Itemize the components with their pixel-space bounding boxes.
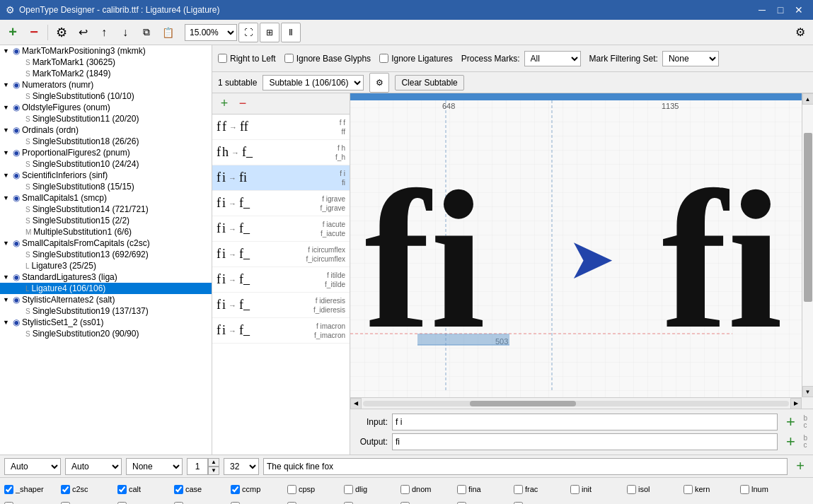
output-add-button[interactable]: +: [782, 433, 799, 450]
remove-button[interactable]: −: [24, 23, 44, 42]
horizontal-scrollbar[interactable]: ◀ ▶: [350, 397, 802, 409]
ligature-list-item[interactable]: fi→f_ f idieresis f_idieresis: [212, 293, 350, 318]
add-button[interactable]: +: [3, 23, 23, 42]
move-down-button[interactable]: ↓: [115, 23, 135, 42]
subtable-select[interactable]: Subtable 1 (106/106): [263, 75, 364, 90]
feature-checkbox-item[interactable]: init: [570, 481, 627, 498]
tree-item[interactable]: S SingleSubstitution13 (692/692): [0, 249, 212, 260]
feature-checkbox-item[interactable]: lnum: [740, 481, 797, 498]
preview-add-button[interactable]: +: [792, 458, 809, 475]
size-unit-select[interactable]: 32812162448: [224, 458, 259, 475]
tree-item[interactable]: L Ligature3 (25/25): [0, 260, 212, 271]
tree-item[interactable]: ▼ ◉ StandardLigatures3 (liga): [0, 271, 212, 283]
feature-checkbox-item[interactable]: calt: [117, 481, 174, 498]
tree-item[interactable]: S SingleSubstitution14 (721/721): [0, 204, 212, 215]
move-up-button[interactable]: ↑: [94, 23, 114, 42]
feature-checkbox-item[interactable]: numr: [457, 499, 514, 505]
add-ligature-button[interactable]: +: [217, 96, 232, 112]
close-button[interactable]: ✕: [790, 4, 807, 16]
ignore-base-glyphs-input[interactable]: [284, 54, 294, 63]
size-up-button[interactable]: ▲: [208, 458, 219, 467]
scroll-right-button[interactable]: ▶: [790, 398, 802, 409]
output-field[interactable]: [392, 433, 778, 450]
mark-filtering-set-select[interactable]: None: [662, 51, 719, 66]
settings-button[interactable]: ⚙: [52, 23, 71, 42]
scroll-left-button[interactable]: ◀: [350, 398, 362, 409]
maximize-button[interactable]: □: [772, 4, 789, 16]
tree-item[interactable]: ▼ ◉ SmallCapitalsFromCapitals (c2sc): [0, 238, 212, 249]
feature-checkbox-item[interactable]: kern: [684, 481, 740, 498]
feature-checkbox-input[interactable]: [627, 485, 636, 494]
tree-item[interactable]: M MultipleSubstitution1 (6/6): [0, 226, 212, 238]
font-size-spinner[interactable]: ▲ ▼: [187, 458, 219, 475]
feature-checkbox-input[interactable]: [400, 485, 410, 494]
gear-settings-button[interactable]: ⚙: [790, 23, 810, 42]
input-field[interactable]: [392, 414, 778, 430]
tree-item[interactable]: S SingleSubstitution6 (10/10): [0, 90, 212, 102]
feature-checkbox-item[interactable]: c2sc: [61, 481, 117, 498]
feature-checkbox-item[interactable]: _shaper: [4, 481, 61, 498]
feature-checkbox-input[interactable]: [174, 485, 183, 494]
input-add-button[interactable]: +: [782, 414, 799, 430]
feature-checkbox-item[interactable]: case: [174, 481, 231, 498]
minimize-button[interactable]: ─: [754, 4, 771, 16]
glyph-canvas[interactable]: 648 1135 503 fi ➤ fi: [350, 93, 802, 397]
feature-checkbox-input[interactable]: [344, 485, 353, 494]
ligature-list-item[interactable]: fh→f_ f h f_h: [212, 140, 350, 165]
feature-checkbox-item[interactable]: medi: [117, 499, 174, 505]
feature-checkbox-item[interactable]: locl: [4, 499, 61, 505]
feature-checkbox-input[interactable]: [4, 485, 13, 494]
feature-checkbox-input[interactable]: [570, 485, 580, 494]
feature-checkbox-input[interactable]: [684, 485, 693, 494]
copy-button[interactable]: ⧉: [137, 23, 156, 42]
scroll-down-button[interactable]: ▼: [802, 386, 814, 397]
feature-checkbox-item[interactable]: ccmp: [231, 481, 287, 498]
tree-item[interactable]: ▼ ◉ OldstyleFigures (onum): [0, 102, 212, 113]
tree-item[interactable]: ▼ ◉ MarkToMarkPositioning3 (mkmk): [0, 45, 212, 57]
tree-item[interactable]: S SingleSubstitution19 (137/137): [0, 305, 212, 317]
ligature-list-item[interactable]: fi→f_ f igrave f_igrave: [212, 191, 350, 216]
feature-checkbox-item[interactable]: dlig: [344, 481, 400, 498]
tree-item[interactable]: S SingleSubstitution20 (90/90): [0, 328, 212, 339]
feature-checkbox-input[interactable]: [231, 485, 240, 494]
right-to-left-checkbox[interactable]: Right to Left: [218, 54, 276, 64]
feature-checkbox-item[interactable]: pnum: [287, 499, 344, 505]
metrics-button[interactable]: Ⅱ: [281, 23, 301, 42]
zoom-control[interactable]: 15.00% 5.00% 10.00% 25.00% 50.00% 100.00…: [185, 24, 237, 41]
language-select-2[interactable]: AutoNone: [65, 458, 122, 475]
tree-item[interactable]: S SingleSubstitution10 (24/24): [0, 158, 212, 170]
tree-item[interactable]: ▼ ◉ SmallCapitals1 (smcp): [0, 192, 212, 204]
feature-checkbox-item[interactable]: onum: [231, 499, 287, 505]
ignore-ligatures-checkbox[interactable]: Ignore Ligatures: [379, 54, 453, 64]
ligature-list-item[interactable]: ff→ff f f ff: [212, 115, 350, 140]
process-marks-select[interactable]: All None: [524, 51, 581, 66]
feature-checkbox-input[interactable]: [457, 485, 466, 494]
language-select-1[interactable]: AutoNone: [4, 458, 61, 475]
ligature-list-item[interactable]: fi→f_ f itilde f_itilde: [212, 267, 350, 293]
ligature-list-item[interactable]: fi→f_ f iacute f_iacute: [212, 216, 350, 242]
feature-checkbox-item[interactable]: dnom: [400, 481, 457, 498]
grid-button[interactable]: ⊞: [260, 23, 279, 42]
feature-checkbox-item[interactable]: rclt: [344, 499, 400, 505]
undo-button[interactable]: ↩: [73, 23, 93, 42]
scroll-up-button[interactable]: ▲: [802, 93, 814, 105]
scroll-track-h[interactable]: [363, 401, 789, 406]
tree-item[interactable]: L Ligature4 (106/106): [0, 283, 212, 294]
tree-item[interactable]: ▼ ◉ ScientificInferiors (sinf): [0, 170, 212, 181]
size-value-input[interactable]: [187, 458, 208, 475]
feature-checkbox-input[interactable]: [740, 485, 749, 494]
ignore-base-glyphs-checkbox[interactable]: Ignore Base Glyphs: [284, 54, 371, 64]
remove-ligature-button[interactable]: −: [235, 96, 250, 112]
feature-checkbox-item[interactable]: isol: [627, 481, 684, 498]
fit-button[interactable]: ⛶: [238, 23, 258, 42]
tree-item[interactable]: S MarkToMark1 (30625): [0, 57, 212, 68]
feature-checkbox-item[interactable]: mkmk: [174, 499, 231, 505]
tree-item[interactable]: S SingleSubstitution18 (26/26): [0, 136, 212, 147]
zoom-select[interactable]: 15.00% 5.00% 10.00% 25.00% 50.00% 100.00…: [185, 24, 237, 41]
ligature-list-item[interactable]: fi→fi f i fi: [212, 165, 350, 191]
clear-subtable-button[interactable]: Clear Subtable: [395, 75, 463, 90]
tree-item[interactable]: S SingleSubstitution11 (20/20): [0, 113, 212, 124]
feature-checkbox-item[interactable]: frac: [514, 481, 570, 498]
feature-checkbox-item[interactable]: liga: [514, 499, 570, 505]
scroll-track-v[interactable]: [802, 105, 813, 386]
